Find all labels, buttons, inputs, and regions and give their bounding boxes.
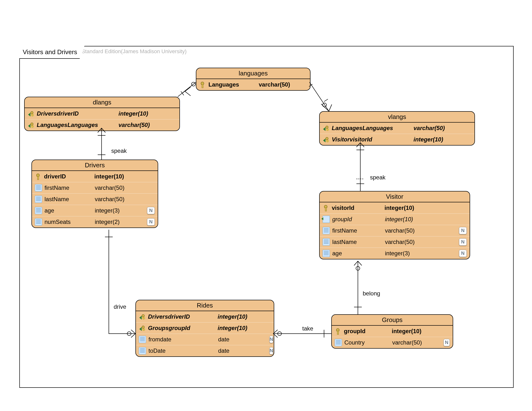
column-row[interactable]: groupIdinteger(10) [332,326,453,337]
primary-key-icon [335,328,342,335]
column-name: age [45,207,95,214]
rel-label-speak: speak [111,148,127,154]
column-name: firstName [332,227,385,234]
column-row[interactable]: DriversdriverIDinteger(10) [136,311,274,323]
column-icon [323,227,330,234]
entity-title: languages [196,68,310,79]
entity-rides[interactable]: Rides DriversdriverIDinteger(10)Groupsgr… [135,300,274,357]
column-type: varchar(50) [414,125,465,131]
column-row[interactable]: lastNamevarchar(50)N [320,236,470,248]
column-icon [323,250,330,257]
entity-title: Drivers [32,160,158,171]
column-icon [35,184,42,191]
column-row[interactable]: driverIDinteger(10) [32,171,158,182]
column-row[interactable]: ageinteger(3)N [32,205,158,216]
column-name: GroupsgroupId [148,325,218,331]
entity-title: Rides [136,300,274,311]
column-row[interactable]: fromdatedateN [136,334,274,345]
primary-key-icon [199,81,206,88]
column-type: varchar(50) [118,121,170,128]
foreign-key-icon [323,125,329,131]
entity-vlangs[interactable]: vlangs LanguagesLanguagesvarchar(50)Visi… [319,111,475,146]
column-type: integer(10) [218,325,269,331]
column-name: Country [344,339,392,346]
foreign-key-column-icon [323,216,330,223]
column-icon [323,238,330,246]
foreign-key-icon [28,110,34,117]
column-row[interactable]: LanguagesLanguagesvarchar(50) [320,122,475,134]
entity-title: Groups [332,315,453,326]
column-type: integer(10) [414,136,465,143]
column-row[interactable]: visitorIdinteger(10) [320,202,470,214]
column-icon [35,207,42,214]
entity-drivers[interactable]: Drivers driverIDinteger(10)firstNamevarc… [31,159,158,228]
column-type: integer(3) [385,250,441,257]
column-name: LanguagesLanguages [332,125,414,131]
column-name: firstName [45,185,95,191]
column-row[interactable]: ageinteger(3)N [320,248,470,259]
column-name: VisitorvisitorId [332,136,414,143]
column-row[interactable]: lastNamevarchar(50) [32,194,158,205]
foreign-key-icon [323,136,329,143]
column-name: LanguagesLanguages [37,121,118,128]
column-row[interactable]: VisitorvisitorIdinteger(10) [320,134,475,145]
column-name: toDate [149,347,218,354]
column-row[interactable]: GroupsgroupIdinteger(10) [136,323,274,334]
column-icon [35,196,42,203]
entity-title: vlangs [320,112,475,122]
rel-label-belong: belong [363,290,380,297]
nullable-badge: N [147,207,155,214]
primary-key-icon [35,173,42,180]
column-name: groupId [332,216,385,223]
entity-visitor[interactable]: Visitor visitorIdinteger(10)groupIdinteg… [319,191,470,259]
column-icon [35,218,42,225]
column-icon [139,347,146,355]
rel-label-speak: speak [370,174,385,181]
rel-label-take: take [302,325,313,332]
entity-languages[interactable]: languages Languagesvarchar(50) [196,68,311,91]
column-name: groupId [344,328,392,335]
nullable-badge: N [147,218,155,225]
column-row[interactable]: firstNamevarchar(50) [32,182,158,194]
column-type: varchar(50) [259,81,310,88]
column-row[interactable]: DriversdriverIDinteger(10) [25,108,180,120]
column-icon [139,336,146,343]
column-type: integer(10) [118,110,170,117]
column-row[interactable]: firstNamevarchar(50)N [320,225,470,236]
column-type: varchar(50) [385,227,441,234]
foreign-key-icon [139,313,146,320]
entity-dlangs[interactable]: dlangs DriversdriverIDinteger(10)Languag… [24,97,180,131]
column-icon [335,339,342,346]
column-type: integer(10) [218,313,269,320]
column-row[interactable]: Countryvarchar(50)N [332,337,453,348]
column-row[interactable]: numSeatsinteger(2)N [32,216,158,227]
column-type: date [218,347,269,354]
column-name: fromdate [149,336,218,343]
foreign-key-icon [139,325,146,331]
nullable-badge: N [269,336,273,343]
entity-title: Visitor [320,191,470,202]
column-row[interactable]: groupIdinteger(10) [320,214,470,225]
column-row[interactable]: LanguagesLanguagesvarchar(50) [25,120,180,131]
column-type: integer(10) [384,205,441,211]
nullable-badge: N [269,347,273,355]
primary-key-icon [323,205,329,211]
rel-label-drive: drive [114,303,126,310]
column-type: integer(2) [95,219,146,225]
column-row[interactable]: Languagesvarchar(50) [196,79,310,90]
column-name: numSeats [45,219,95,225]
column-type: varchar(50) [95,196,146,203]
nullable-badge: N [459,250,467,257]
nullable-badge: N [459,227,467,234]
column-name: driverID [44,173,94,180]
column-type: varchar(50) [385,239,441,245]
column-type: integer(10) [392,328,443,335]
column-type: integer(3) [95,207,146,214]
column-name: age [332,250,385,257]
column-type: varchar(50) [392,339,444,346]
foreign-key-icon [28,121,34,128]
entity-groups[interactable]: Groups groupIdinteger(10)Countryvarchar(… [331,314,453,349]
nullable-badge: N [444,339,450,346]
column-row[interactable]: toDatedateN [136,345,274,356]
column-type: integer(10) [94,173,146,180]
